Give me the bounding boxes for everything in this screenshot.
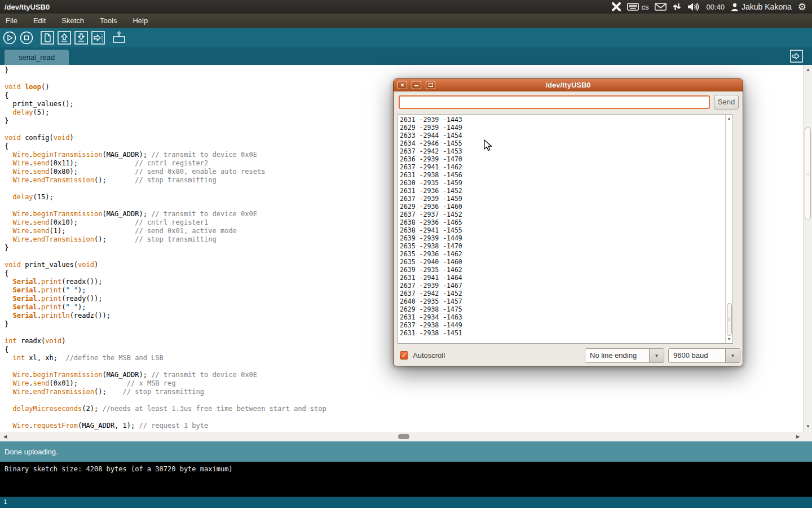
serial-line: 2633 -2944 -1454 (400, 132, 732, 139)
serial-monitor-icon (112, 31, 126, 45)
serial-line: 2635 -2940 -1460 (400, 258, 732, 266)
serial-line: 2638 -2936 -1465 (400, 218, 732, 226)
serial-line: 2637 -2942 -1452 (400, 290, 732, 297)
serial-line: 2631 -2934 -1463 (400, 313, 732, 321)
code-line: Wire.beginTransmission(MAG_ADDR); // tra… (5, 371, 803, 379)
verify-button[interactable] (2, 30, 17, 45)
minimize-icon[interactable] (412, 81, 421, 89)
keyboard-icon (627, 3, 639, 11)
scroll-left-icon[interactable]: ◀ (1, 432, 9, 441)
serial-line: 2630 -2935 -1459 (400, 179, 732, 187)
line-number-bar: 1 (0, 497, 812, 508)
serial-line: 2638 -2941 -1455 (400, 226, 732, 234)
menu-sketch[interactable]: Sketch (54, 14, 92, 28)
serial-line: 2636 -2939 -1470 (400, 155, 732, 163)
line-ending-value: No line ending (585, 349, 649, 362)
autoscroll-checkbox[interactable]: ✓ (400, 351, 408, 360)
serial-line: 2637 -2939 -1459 (400, 195, 732, 203)
new-file-icon (41, 31, 54, 45)
code-line: delayMicroseconds(2); //needs at least 1… (5, 405, 803, 413)
scroll-down-icon[interactable]: ▼ (804, 423, 812, 431)
close-icon[interactable]: ✕ (398, 81, 407, 89)
baud-rate-dropdown[interactable]: 9600 baud ▼ (668, 348, 740, 363)
maximize-icon[interactable] (426, 81, 435, 89)
serial-scroll-down-icon[interactable]: ▼ (726, 336, 732, 343)
chevron-down-icon[interactable]: ▼ (725, 349, 740, 362)
upload-button[interactable] (91, 30, 105, 45)
code-line: Wire.requestFrom(MAG_ADDR, 1); // reques… (5, 422, 803, 430)
serial-input[interactable] (399, 95, 710, 109)
stop-button[interactable] (19, 30, 34, 45)
serial-line: 2637 -2939 -1467 (400, 282, 732, 290)
window-title: /dev/ttyUSB0 (0, 3, 50, 11)
serial-monitor-window: /dev/ttyUSB0 ✕ Send 2631 -2939 -14432629… (393, 78, 743, 366)
volume-icon[interactable] (687, 2, 700, 11)
save-sketch-button[interactable] (74, 30, 89, 45)
system-panel: /dev/ttyUSB0 cs 00:40 Jakub Kakona ⚙ (0, 0, 812, 14)
menu-tools[interactable]: Tools (92, 14, 125, 28)
scroll-up-icon[interactable]: ▲ (804, 66, 812, 74)
mouse-cursor (484, 139, 493, 152)
user-name: Jakub Kakona (742, 2, 792, 11)
arrow-down-icon (74, 31, 88, 45)
serial-scroll-thumb[interactable]: ≡ (727, 303, 732, 336)
serial-output-area[interactable]: 2631 -2939 -14432629 -2939 -14492633 -29… (398, 114, 733, 344)
autoscroll-label: Autoscroll (413, 351, 445, 360)
mail-icon[interactable] (655, 3, 667, 11)
new-tab-icon[interactable] (790, 50, 803, 63)
clock[interactable]: 00:40 (706, 3, 725, 11)
open-sketch-button[interactable] (57, 30, 72, 45)
keyboard-layout-label: cs (641, 3, 648, 11)
serial-line: 2637 -2937 -1452 (400, 211, 732, 218)
baud-rate-value: 9600 baud (669, 349, 725, 362)
editor-vertical-scrollbar[interactable]: ▲ ≡ ▼ (803, 65, 812, 432)
serial-line: 2640 -2935 -1457 (400, 297, 732, 305)
console-line: Binary sketch size: 4208 bytes (of a 307… (5, 465, 233, 473)
chevron-down-icon[interactable]: ▼ (649, 349, 664, 362)
tab-serial-read[interactable]: serial_read (5, 50, 69, 65)
serial-line: 2635 -2936 -1462 (400, 250, 732, 258)
stop-circle-icon (19, 30, 34, 45)
code-line: } (5, 66, 803, 75)
serial-line: 2637 -2942 -1453 (400, 147, 732, 155)
send-button[interactable]: Send (714, 95, 739, 110)
code-line: Wire.send(0x01); // x MSB reg (5, 379, 803, 388)
network-updown-icon[interactable] (673, 2, 681, 11)
serial-output-lines: 2631 -2939 -14432629 -2939 -14492633 -29… (398, 115, 732, 337)
menu-file[interactable]: File (0, 14, 25, 28)
serial-line: 2629 -2938 -1475 (400, 305, 732, 313)
editor-vscroll-thumb[interactable]: ≡ (805, 127, 811, 220)
serial-line: 2629 -2939 -1449 (400, 124, 732, 132)
editor-hscroll-thumb[interactable] (398, 434, 409, 439)
menu-help[interactable]: Help (125, 14, 156, 28)
session-gear-icon[interactable]: ⚙ (798, 2, 806, 12)
code-line: Wire.endTransmission(); // stop transmit… (5, 388, 803, 396)
serial-window-titlebar[interactable]: /dev/ttyUSB0 ✕ (394, 79, 743, 91)
serial-line: 2631 -2936 -1452 (400, 187, 732, 195)
status-message: Done uploading. (5, 448, 58, 456)
serial-line: 2631 -2941 -1464 (400, 274, 732, 282)
serial-line: 2631 -2938 -1456 (400, 171, 732, 179)
serial-line: 2629 -2936 -1460 (400, 203, 732, 211)
user-icon (731, 3, 739, 11)
line-ending-dropdown[interactable]: No line ending ▼ (585, 348, 664, 363)
editor-horizontal-scrollbar[interactable]: ◀ ▶ (0, 432, 803, 441)
serial-scroll-up-icon[interactable]: ▲ (726, 115, 732, 122)
line-number: 1 (3, 498, 7, 506)
serial-line: 2637 -2941 -1462 (400, 163, 732, 171)
system-tray: cs 00:40 Jakub Kakona ⚙ (612, 2, 812, 12)
check-icon: ✓ (401, 352, 407, 358)
new-sketch-button[interactable] (40, 30, 55, 45)
tab-strip: serial_read (0, 47, 812, 65)
serial-scrollbar[interactable]: ▲ ≡ ▼ (725, 115, 732, 343)
tray-app-icon[interactable] (612, 2, 621, 11)
keyboard-layout-indicator[interactable]: cs (627, 3, 648, 11)
code-line (5, 396, 803, 405)
serial-line: 2634 -2946 -1455 (400, 139, 732, 147)
code-line (5, 413, 803, 422)
scroll-right-icon[interactable]: ▶ (794, 432, 802, 441)
serial-line: 2635 -2938 -1470 (400, 242, 732, 250)
menu-edit[interactable]: Edit (25, 14, 54, 28)
user-menu[interactable]: Jakub Kakona (731, 2, 792, 11)
serial-monitor-button[interactable] (112, 30, 126, 45)
